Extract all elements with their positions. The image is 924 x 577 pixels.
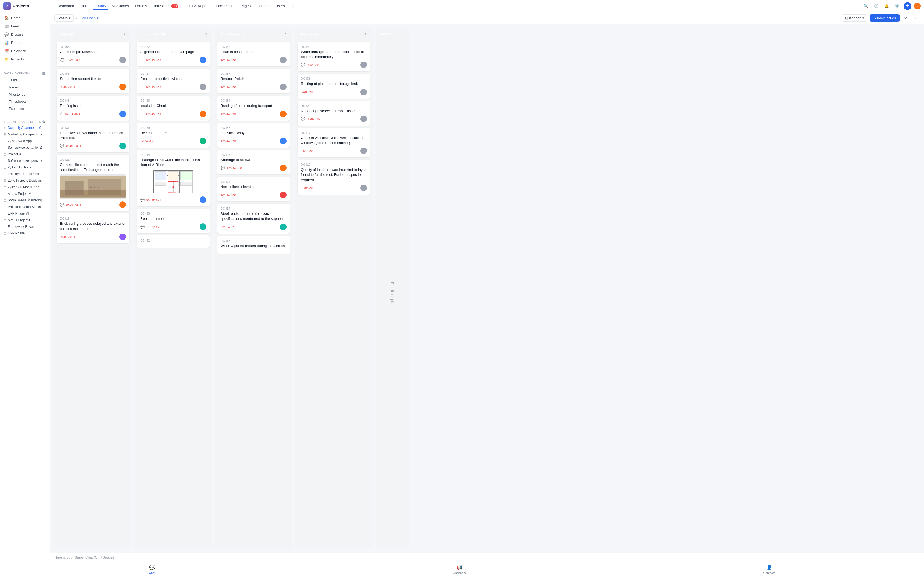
nav-forums[interactable]: Forums xyxy=(132,2,150,10)
filter-icon-btn[interactable]: ⚗ xyxy=(902,14,910,22)
nav-pages[interactable]: Pages xyxy=(237,2,253,10)
recent-project-donnelly[interactable]: ⊞ Donnelly Apartments C xyxy=(0,124,50,131)
nav-milestones[interactable]: Milestones xyxy=(109,2,131,10)
card-dc-i25[interactable]: DC-I25 Shortage of screws 💬 12/24/2020 xyxy=(217,150,290,174)
sidebar-item-home[interactable]: 🏠 Home xyxy=(0,14,50,22)
sidebar-item-reports[interactable]: 📊 Reports xyxy=(0,39,50,47)
sidebar-item-feed[interactable]: 📰 Feed xyxy=(0,22,50,30)
card-dc-i58[interactable]: DC-I58 Streamline support tickets 05/07/… xyxy=(57,69,129,93)
recent-project-framework[interactable]: ◻ Framework Revamp xyxy=(0,223,50,230)
recent-project-zoho[interactable]: ⊞ Zoho Projects Deploym xyxy=(0,177,50,184)
sidebar-item-calendar[interactable]: 📅 Calendar xyxy=(0,47,50,55)
card-dc-i66[interactable]: DC-I66 Insulation Check ⏱ 12/24/2020 xyxy=(137,96,210,120)
nav-gantt[interactable]: Gantt & Reports xyxy=(182,2,213,10)
nav-finance[interactable]: Finance xyxy=(254,2,272,10)
card-dc-i35[interactable]: DC-I35 Rusting of pipes due to storage l… xyxy=(297,74,370,98)
recent-project-creation[interactable]: ◻ Project creation with la xyxy=(0,204,50,210)
recent-project-zylsoft[interactable]: ◻ Zylsoft Web App xyxy=(0,138,50,144)
bottom-bar-contacts[interactable]: 👤 Contacts xyxy=(759,564,779,575)
card-dc-i31[interactable]: DC-I31 Defective screws found in the fir… xyxy=(57,123,129,153)
nav-users[interactable]: Users xyxy=(273,2,288,10)
sidebar-sub-milestones[interactable]: Milestones xyxy=(0,91,50,98)
bottom-bar-channels[interactable]: 📢 Channels xyxy=(449,564,470,575)
column-body-reopen: DC-I40 Water leakage in the third floor … xyxy=(296,40,372,548)
card-dc-i72[interactable]: DC-I72 Alignment issue on the main page … xyxy=(137,42,210,66)
recent-project-projectx[interactable]: ◻ Project X xyxy=(0,151,50,158)
all-open-filter-btn[interactable]: All Open ▾ xyxy=(79,15,102,21)
card-dc-i62[interactable]: DC-I62 Issue in design format 12/24/2020 xyxy=(217,42,290,66)
recent-project-marketing[interactable]: ⊞ Marketing Campaign Te xyxy=(0,131,50,138)
sidebar-collapse-icon[interactable]: ⊞ xyxy=(42,71,46,76)
search-icon-btn[interactable]: 🔍 xyxy=(862,2,869,10)
card-dc-i33[interactable]: DC-I33 Logistics Delay 12/24/2020 xyxy=(217,123,290,148)
recent-project-erp6[interactable]: ◻ ERP Phase VI xyxy=(0,210,50,217)
comment-icon-i43: 💬 xyxy=(140,225,145,229)
submit-issues-btn[interactable]: Submit Issues xyxy=(869,14,900,22)
more-options-btn[interactable]: ··· xyxy=(912,14,919,22)
col-totest-actions: ↻ xyxy=(283,31,289,37)
project-icon-softwaredev: ◻ xyxy=(3,159,6,163)
recent-project-zylker-solutions[interactable]: ◻ Zylker Solutions xyxy=(0,164,50,171)
nav-issues[interactable]: Issues xyxy=(93,2,108,10)
card-dc-i67[interactable]: DC-I67 Replace defective switches ⏱ 12/2… xyxy=(137,69,210,93)
recent-project-software-dev[interactable]: ◻ Software developers re xyxy=(0,158,50,164)
nav-more[interactable]: ··· xyxy=(288,2,296,10)
recent-project-zylker7[interactable]: ◻ Zylker 7.0 Mobile App xyxy=(0,184,50,190)
nav-timesheet[interactable]: Timesheet 99+ xyxy=(150,2,181,10)
sidebar-sub-expenses[interactable]: Expenses xyxy=(0,105,50,112)
card-dc-i26[interactable]: DC-I26 Not enough screws for roof trusse… xyxy=(297,101,370,126)
card-dc-i13[interactable]: DC-I13 Window panes broken during instal… xyxy=(217,236,290,254)
user-avatar[interactable]: U xyxy=(914,3,921,9)
sidebar-sub-tasks[interactable]: Tasks xyxy=(0,77,50,84)
app-logo[interactable]: Z Projects xyxy=(3,2,53,10)
bottom-bar-chat[interactable]: 💬 Chat xyxy=(144,564,160,575)
card-dc-i40[interactable]: DC-I40 Water leakage in the third floor … xyxy=(297,42,370,71)
card-dc-i21[interactable]: DC-I21 Ceramic tile color does not match… xyxy=(57,155,129,211)
card-dc-i19[interactable]: DC-I19 Brick curing process delayed and … xyxy=(57,213,129,243)
col-inprogress-refresh[interactable]: ↻ xyxy=(202,31,209,37)
card-dc-i42[interactable]: DC-I42 xyxy=(137,235,210,248)
card-dc-i14[interactable]: DC-I14 Steel roads not cut to the exact … xyxy=(217,204,290,233)
totest-badge: To be tested (9) xyxy=(218,31,249,37)
recent-project-employee[interactable]: ◻ Employee Enrollment xyxy=(0,171,50,177)
col-reopen-refresh[interactable]: ↻ xyxy=(363,31,370,37)
sidebar-nav-section: 🏠 Home 📰 Feed 💬 Discuss 📊 Reports 📅 Cale… xyxy=(0,12,50,65)
sort-icon[interactable]: ⇅ xyxy=(39,120,41,123)
bell-icon-btn[interactable]: 🔔 xyxy=(883,2,890,10)
sidebar-item-projects[interactable]: 📁 Projects xyxy=(0,55,50,63)
card-dc-i44[interactable]: DC-I44 Leakage in the water line in the … xyxy=(137,150,210,206)
card-dc-i12[interactable]: DC-I12 Quality of load that was imported… xyxy=(297,160,370,195)
card-dc-i37[interactable]: DC-I37 Restock Polish 12/24/2020 xyxy=(217,69,290,93)
card-dc-i48[interactable]: DC-I48 Roofing issue ⏱ 02/10/2021 xyxy=(57,96,129,120)
nav-documents[interactable]: Documents xyxy=(214,2,237,10)
card-dc-i34[interactable]: DC-I34 Rusting of pipes during transport… xyxy=(217,96,290,120)
kanban-view-btn[interactable]: ⊟ Kanban ▾ xyxy=(842,14,867,22)
card-dc-i24[interactable]: DC-I24 Non-uniform elevation 12/24/2020 xyxy=(217,177,290,201)
recent-project-selfservice[interactable]: ◻ Self-service portal for Z xyxy=(0,144,50,151)
sidebar-sub-issues[interactable]: Issues xyxy=(0,84,50,91)
recent-project-airbus-b[interactable]: ◻ Airbus Project B xyxy=(0,217,50,223)
content-header: Status ▾ › All Open ▾ ⊟ Kanban ▾ Submit … xyxy=(50,12,924,24)
column-body-onhold: Drag it und plus xyxy=(376,39,409,548)
sidebar-sub-timesheets[interactable]: Timesheets xyxy=(0,98,50,105)
recent-project-social-media[interactable]: ◻ Social Media Marketing xyxy=(0,197,50,204)
card-dc-i17[interactable]: DC-I17 Crack in wall discovered while in… xyxy=(297,128,370,158)
card-dc-i68[interactable]: DC-I68 Cable Length Mismatch 💬 12/24/202… xyxy=(57,42,129,66)
card-dc-i43[interactable]: DC-I43 Replace primer 💬 12/24/2020 xyxy=(137,208,210,233)
add-button[interactable]: + xyxy=(904,2,911,10)
search-projects-icon[interactable]: 🔍 xyxy=(42,120,46,123)
col-totest-refresh[interactable]: ↻ xyxy=(283,31,289,37)
settings-icon-btn[interactable]: ⚙️ xyxy=(893,2,901,10)
recent-project-airbus-a[interactable]: ◻ Airbus Project A xyxy=(0,190,50,197)
sidebar-item-discuss[interactable]: 💬 Discuss xyxy=(0,30,50,39)
card-dc-i59[interactable]: DC-I59 Live chat feature 12/24/2020 xyxy=(137,123,210,148)
project-icon-airbusb: ◻ xyxy=(3,218,6,222)
col-open-refresh[interactable]: ↻ xyxy=(122,31,129,37)
nav-dashboard[interactable]: Dashboard xyxy=(54,2,77,10)
clock-icon-btn[interactable]: 🕐 xyxy=(872,2,880,10)
status-filter-btn[interactable]: Status ▾ xyxy=(55,14,74,22)
recent-project-erp[interactable]: ◻ ERP Phase xyxy=(0,230,50,237)
card-avatar-i19 xyxy=(120,234,126,240)
col-inprogress-add[interactable]: + xyxy=(195,31,201,37)
nav-tasks[interactable]: Tasks xyxy=(78,2,92,10)
